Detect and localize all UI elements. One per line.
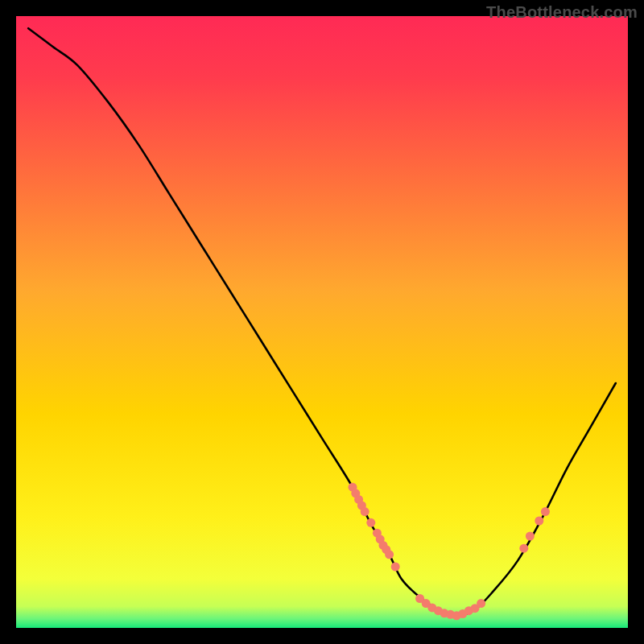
marker-cluster-right-ascent <box>526 532 535 541</box>
chart-frame: TheBottleneck.com <box>0 0 644 644</box>
marker-cluster-mid-descent <box>385 550 394 559</box>
marker-cluster-left-descent <box>366 518 375 527</box>
marker-cluster-right-ascent <box>541 507 550 516</box>
marker-cluster-right-ascent <box>519 544 528 553</box>
plot-svg <box>16 16 628 628</box>
marker-cluster-left-descent <box>361 507 369 516</box>
gradient-background <box>16 16 628 628</box>
marker-cluster-mid-descent <box>391 563 400 572</box>
plot-area <box>16 16 628 628</box>
marker-cluster-valley <box>477 599 485 608</box>
marker-cluster-right-ascent <box>535 517 543 526</box>
watermark-label: TheBottleneck.com <box>486 3 638 22</box>
